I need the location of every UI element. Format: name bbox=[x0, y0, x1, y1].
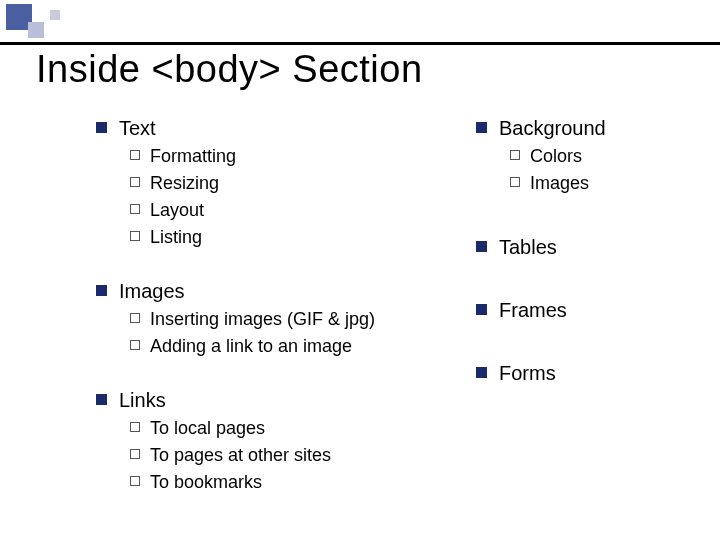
topic-background: Background Colors Images bbox=[476, 116, 676, 197]
horizontal-rule bbox=[0, 42, 720, 45]
sub-item: To bookmarks bbox=[130, 469, 466, 496]
sub-item: Resizing bbox=[130, 170, 466, 197]
topic-forms: Forms bbox=[476, 361, 676, 386]
open-box-icon bbox=[130, 313, 140, 323]
open-box-icon bbox=[130, 449, 140, 459]
topic-label: Text bbox=[119, 116, 156, 141]
topic-label: Forms bbox=[499, 361, 556, 386]
open-box-icon bbox=[130, 231, 140, 241]
topic-text: Text Formatting Resizing Layout Listing bbox=[96, 116, 466, 251]
sub-item: To pages at other sites bbox=[130, 442, 466, 469]
sub-item: To local pages bbox=[130, 415, 466, 442]
topic-frames: Frames bbox=[476, 298, 676, 323]
topic-images: Images Inserting images (GIF & jpg) Addi… bbox=[96, 279, 466, 360]
sub-item: Images bbox=[510, 170, 676, 197]
open-box-icon bbox=[130, 422, 140, 432]
sub-item: Formatting bbox=[130, 143, 466, 170]
open-box-icon bbox=[130, 177, 140, 187]
topic-label: Frames bbox=[499, 298, 567, 323]
topic-label: Background bbox=[499, 116, 606, 141]
deco-square-medium bbox=[28, 22, 44, 38]
open-box-icon bbox=[130, 340, 140, 350]
open-box-icon bbox=[130, 476, 140, 486]
open-box-icon bbox=[510, 177, 520, 187]
sub-item: Colors bbox=[510, 143, 676, 170]
square-bullet-icon bbox=[96, 122, 107, 133]
square-bullet-icon bbox=[96, 285, 107, 296]
sub-item: Layout bbox=[130, 197, 466, 224]
slide-title: Inside <body> Section bbox=[36, 48, 423, 91]
open-box-icon bbox=[130, 204, 140, 214]
square-bullet-icon bbox=[476, 367, 487, 378]
open-box-icon bbox=[130, 150, 140, 160]
sub-item: Inserting images (GIF & jpg) bbox=[130, 306, 466, 333]
topic-tables: Tables bbox=[476, 235, 676, 260]
square-bullet-icon bbox=[476, 122, 487, 133]
sub-item: Adding a link to an image bbox=[130, 333, 466, 360]
topic-label: Tables bbox=[499, 235, 557, 260]
topic-label: Links bbox=[119, 388, 166, 413]
deco-square-small bbox=[50, 10, 60, 20]
sub-item: Listing bbox=[130, 224, 466, 251]
square-bullet-icon bbox=[476, 241, 487, 252]
open-box-icon bbox=[510, 150, 520, 160]
square-bullet-icon bbox=[476, 304, 487, 315]
topic-links: Links To local pages To pages at other s… bbox=[96, 388, 466, 496]
topic-label: Images bbox=[119, 279, 185, 304]
slide-decoration bbox=[0, 0, 720, 46]
square-bullet-icon bbox=[96, 394, 107, 405]
